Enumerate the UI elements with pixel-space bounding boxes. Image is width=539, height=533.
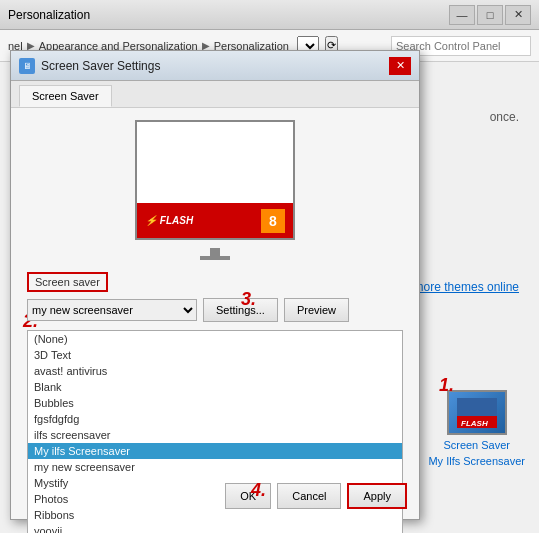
list-item-yooyii[interactable]: yooyii [28,523,402,533]
modal-title-text: Screen Saver Settings [41,59,160,73]
close-bg-button[interactable]: ✕ [505,5,531,25]
modal-title-left: 🖥 Screen Saver Settings [19,58,160,74]
minimize-button[interactable]: — [449,5,475,25]
list-item-bubbles[interactable]: Bubbles [28,395,402,411]
list-item-fgsfdg[interactable]: fgsfdgfdg [28,411,402,427]
list-item-my-new[interactable]: my new screensaver [28,459,402,475]
once-label: once. [490,110,519,124]
screen-saver-label1: Screen Saver [443,439,510,451]
list-item-none[interactable]: (None) [28,331,402,347]
screen-saver-thumb-icon: FLASH [447,390,507,435]
list-item-3dtext[interactable]: 3D Text [28,347,402,363]
svg-text:FLASH: FLASH [461,419,488,428]
apply-button[interactable]: Apply [347,483,407,509]
cancel-button[interactable]: Cancel [277,483,341,509]
list-item-my-ilfs[interactable]: My ilfs Screensaver [28,443,402,459]
preview-base [200,256,230,260]
screen-preview: ⚡ FLASH 8 [135,120,295,240]
preview-number: 8 [261,209,285,233]
annotation-1: 1. [439,375,454,396]
screen-saver-label: Screen saver [27,272,108,292]
list-item-avast[interactable]: avast! antivirus [28,363,402,379]
screen-saver-thumb: FLASH Screen Saver My Ilfs Screensaver [428,390,525,467]
modal-tab-bar: Screen Saver [11,81,419,108]
bg-titlebar: Personalization — □ ✕ [0,0,539,30]
flash-logo: ⚡ FLASH [145,215,193,226]
preview-button[interactable]: Preview [284,298,349,322]
tab-screen-saver[interactable]: Screen Saver [19,85,112,107]
dropdown-wrapper: (None) 3D Text avast! antivirus Blank Bu… [27,299,197,321]
modal-icon: 🖥 [19,58,35,74]
maximize-button[interactable]: □ [477,5,503,25]
modal-body: ⚡ FLASH 8 2. 3. Screen saver (None) 3D T… [11,108,419,533]
modal-close-button[interactable]: ✕ [389,57,411,75]
dropdown-row: (None) 3D Text avast! antivirus Blank Bu… [27,298,403,322]
screen-saver-label2: My Ilfs Screensaver [428,455,525,467]
list-item-blank[interactable]: Blank [28,379,402,395]
preview-content: ⚡ FLASH 8 [137,203,293,238]
list-item-ilfs[interactable]: ilfs screensaver [28,427,402,443]
bg-window-controls: — □ ✕ [449,5,531,25]
more-themes-link[interactable]: more themes online [414,280,519,294]
dropdown-btn-group: Settings... Preview [203,298,349,322]
modal-titlebar: 🖥 Screen Saver Settings ✕ [11,51,419,81]
annotation-4: 4. [251,480,266,501]
list-item-ribbons[interactable]: Ribbons [28,507,402,523]
screensaver-dropdown[interactable]: (None) 3D Text avast! antivirus Blank Bu… [27,299,197,321]
annotation-3: 3. [241,289,256,310]
preview-stand [210,248,220,256]
screen-saver-dialog: 🖥 Screen Saver Settings ✕ Screen Saver ⚡… [10,50,420,520]
bg-title: Personalization [8,8,90,22]
